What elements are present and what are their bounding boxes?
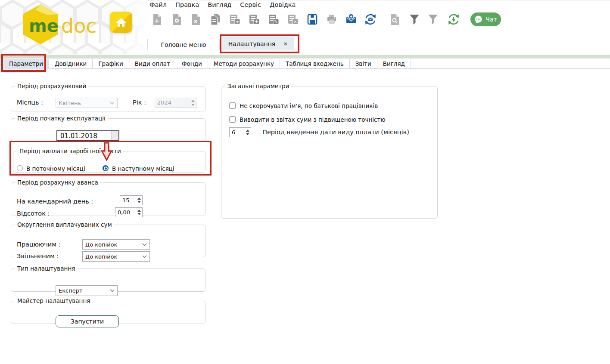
percent-stepper-buttons[interactable] [136, 208, 142, 217]
radio-next-month[interactable] [103, 165, 109, 171]
checkbox-high-precision-label: Виводити в звітах суми з підвищеною точн… [240, 116, 386, 123]
menu-view[interactable]: Вигляд [208, 1, 231, 8]
chat-button[interactable]: Чат [470, 12, 501, 26]
calendar-day-stepper-buttons[interactable] [136, 196, 142, 205]
year-stepper[interactable]: 2024 [155, 98, 196, 108]
tab-schedules[interactable]: Графіки [93, 59, 129, 68]
tab-main-menu-label: Головне меню [161, 41, 206, 48]
dismissed-label: Звільненим : [17, 253, 59, 259]
date-picker-button[interactable] [112, 131, 118, 140]
menu-service[interactable]: Сервіс [240, 1, 261, 8]
checkbox-no-shorten-names[interactable] [229, 102, 236, 109]
chevron-down-icon [110, 102, 115, 105]
exchange-messages-icon[interactable] [364, 12, 377, 26]
run-wizard-button-label: Запустити [71, 318, 104, 325]
chat-bubble-icon [474, 15, 483, 24]
radio-current-month-label: В поточному місяці [26, 165, 85, 172]
setup-type-select[interactable]: Експерт [56, 285, 118, 296]
dismissed-rounding-select[interactable]: До копійок [82, 251, 150, 262]
tab-payment-types[interactable]: Види оплат [129, 59, 176, 68]
new-document-icon[interactable]: + [151, 12, 164, 26]
green-separator-band [0, 55, 610, 59]
group-rounding: Округлення виплачуваних сум Працюючим : … [11, 221, 205, 257]
group-wizard: Майстер налаштування Запустити [11, 297, 205, 324]
pay-date-period-stepper[interactable]: 6 [229, 127, 251, 137]
tab-calculation-methods[interactable]: Методи розрахунку [208, 59, 280, 68]
month-label: Місяць : [17, 99, 43, 106]
edit-record-icon[interactable]: ✎ [267, 12, 280, 26]
add-record-icon[interactable]: + [248, 12, 261, 26]
delete-document-icon[interactable]: x [190, 12, 202, 26]
working-label: Працюючим : [17, 241, 61, 248]
home-button[interactable] [110, 12, 132, 33]
set-filter-icon[interactable] [408, 12, 421, 26]
percent-label: Відсоток : [17, 210, 50, 217]
clear-filter-icon[interactable] [426, 12, 439, 26]
calendar-day-label: На календарний день : [17, 198, 93, 205]
pay-date-period-value: 6 [230, 128, 244, 137]
setup-type-value: Експерт [59, 287, 83, 294]
tab-entries-table[interactable]: Таблиця входжень [280, 59, 350, 68]
svg-text:✕: ✕ [293, 19, 297, 24]
working-rounding-select[interactable]: До копійок [82, 239, 150, 250]
group-advance-period: Період розрахунку аванса На календарний … [11, 179, 205, 216]
medoc-logo-icon: me doc [15, 3, 105, 45]
tab-settings[interactable]: Налаштування × [222, 37, 294, 50]
checkbox-no-shorten-names-label: Не скорочувати ім'я, по батькові працівн… [240, 102, 378, 109]
home-icon [115, 17, 127, 28]
print-icon[interactable] [325, 12, 338, 26]
radio-next-month-label: В наступному місяці [112, 165, 174, 172]
tab-directories[interactable]: Довідники [49, 59, 93, 68]
dismissed-rounding-value: До копійок [85, 253, 117, 260]
verify-document-icon[interactable] [389, 12, 401, 26]
receive-messages-icon[interactable] [345, 12, 358, 26]
svg-text:+: + [254, 19, 258, 25]
tab-funds[interactable]: Фонди [176, 59, 208, 68]
percent-stepper[interactable]: 0,00 [115, 207, 143, 217]
save-icon[interactable] [306, 12, 319, 26]
menu-help[interactable]: Довідка [270, 1, 296, 8]
logo-me-text: me [29, 16, 59, 36]
pay-date-period-label: Період введення дати виду оплати (місяці… [262, 129, 409, 136]
group-general-params-legend: Загальні параметри [225, 83, 291, 89]
year-label: Рік : [133, 99, 146, 106]
chevron-down-icon [142, 255, 147, 258]
menu-file[interactable]: Файл [149, 1, 167, 8]
delete-record-icon[interactable]: ✕ [286, 12, 299, 26]
forward-record-icon[interactable]: ➔ [228, 12, 241, 26]
group-setup-type: Тип налаштування Експерт [11, 265, 205, 292]
tab-reports[interactable]: Звіти [350, 59, 377, 68]
tab-view[interactable]: Вигляд [377, 59, 411, 68]
ribbon-tab-bar: Параметри Довідники Графіки Види оплат Ф… [0, 59, 610, 69]
copy-document-icon[interactable] [209, 12, 222, 26]
group-setup-type-legend: Тип налаштування [15, 265, 77, 272]
month-select[interactable]: Квітень [56, 98, 118, 108]
calendar-day-value: 15 [120, 196, 136, 205]
window-top-border [146, 0, 610, 0]
working-rounding-value: До копійок [85, 241, 117, 248]
pay-date-period-stepper-buttons[interactable] [244, 128, 251, 137]
tab-parameters[interactable]: Параметри [3, 59, 49, 68]
chevron-down-icon [110, 289, 115, 292]
svg-text:+: + [154, 17, 159, 24]
group-calc-period: Період розрахунковий Місяць : Квітень Рі… [11, 83, 205, 111]
preview-document-icon[interactable] [171, 12, 184, 26]
percent-value: 0,00 [115, 208, 136, 217]
group-calc-period-legend: Період розрахунковий [15, 83, 88, 89]
run-wizard-button[interactable]: Запустити [56, 315, 119, 327]
logo-doc-text: doc [61, 14, 97, 37]
radio-current-month[interactable] [17, 165, 23, 171]
close-tab-icon[interactable]: × [283, 40, 288, 47]
start-date-field[interactable]: 01.01.2018 [56, 130, 119, 141]
app-logo: me doc [15, 3, 105, 45]
tab-main-menu[interactable]: Головне меню [147, 39, 220, 50]
checkbox-high-precision[interactable] [229, 116, 236, 123]
update-icon[interactable] [447, 12, 460, 26]
group-general-params: Загальні параметри Не скорочувати ім'я, … [221, 83, 438, 219]
year-stepper-buttons[interactable] [190, 98, 196, 108]
toolbar-separator [466, 12, 466, 27]
group-start-period-legend: Період початку експлуатації [15, 115, 108, 122]
calendar-day-stepper[interactable]: 15 [120, 195, 143, 205]
menu-edit[interactable]: Правка [175, 1, 199, 8]
svg-text:➔: ➔ [235, 19, 239, 24]
